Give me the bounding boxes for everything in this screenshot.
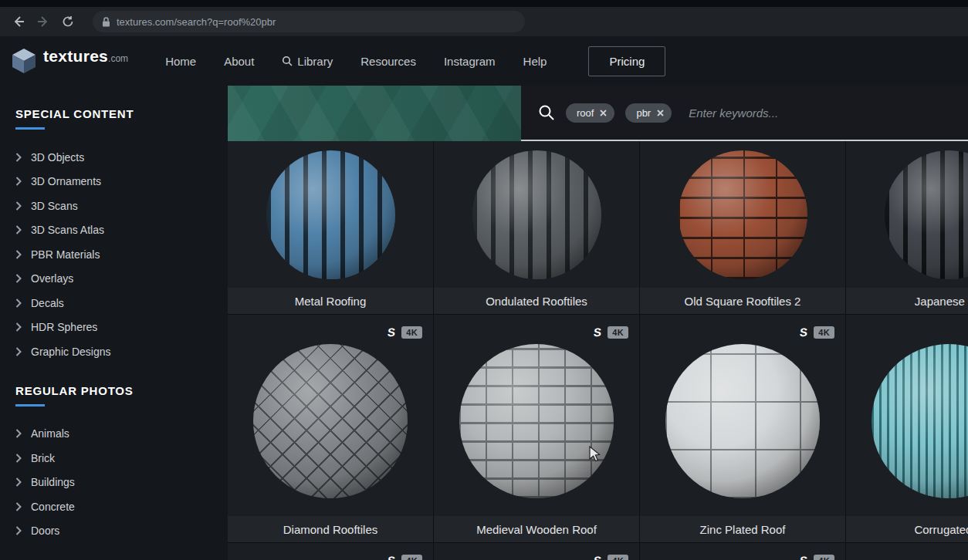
texture-preview xyxy=(846,141,968,288)
texture-card[interactable] xyxy=(846,543,968,560)
texture-title[interactable]: Metal Roofing xyxy=(228,288,433,314)
texture-card[interactable]: Corrugated P xyxy=(846,315,968,542)
sidebar: SPECIAL CONTENT 3D Objects 3D Ornaments … xyxy=(0,86,228,560)
texture-title[interactable]: Medieval Wooden Roof xyxy=(434,516,639,542)
close-icon[interactable] xyxy=(600,110,607,116)
browser-chrome: textures.com/search?q=roof%20pbr xyxy=(0,0,968,36)
chevron-right-icon xyxy=(15,225,22,234)
substance-icon: S xyxy=(593,326,602,339)
texture-card[interactable]: Japanese Ro xyxy=(846,141,968,314)
search-tag-pbr[interactable]: pbr xyxy=(625,103,672,123)
texture-card[interactable]: S 4K xyxy=(434,543,639,560)
texture-title[interactable]: Corrugated P xyxy=(846,516,968,542)
site-logo[interactable]: textures.com xyxy=(11,47,128,75)
texture-title[interactable]: Old Square Rooftiles 2 xyxy=(640,288,845,314)
search-icon xyxy=(282,56,293,66)
main-nav: Home About Library Resources Instagram H… xyxy=(165,46,665,76)
url-text: textures.com/search?q=roof%20pbr xyxy=(117,16,276,28)
sidebar-item-graphic-designs[interactable]: Graphic Designs xyxy=(15,339,228,364)
substance-icon: S xyxy=(799,554,808,560)
texture-sphere[interactable] xyxy=(459,344,614,498)
sidebar-heading-special-content: SPECIAL CONTENT xyxy=(15,107,228,120)
texture-preview: S 4K xyxy=(640,315,845,516)
texture-card[interactable]: S 4K xyxy=(640,543,845,560)
back-button[interactable] xyxy=(8,11,29,32)
texture-title[interactable]: Japanese Ro xyxy=(846,288,968,314)
texture-sphere[interactable] xyxy=(266,150,395,279)
texture-card[interactable]: Ondulated Rooftiles xyxy=(434,141,639,314)
texture-card[interactable]: Old Square Rooftiles 2 xyxy=(640,141,845,314)
search-panel: roof pbr xyxy=(521,86,968,141)
sidebar-item-pbr-materials[interactable]: PBR Materials xyxy=(15,242,228,267)
texture-preview: S 4K xyxy=(434,315,639,516)
sidebar-item-animals[interactable]: Animals xyxy=(15,422,228,447)
texture-preview: S 4K xyxy=(434,543,639,560)
resolution-badge: 4K xyxy=(608,555,628,560)
chevron-right-icon xyxy=(15,429,22,438)
texture-title[interactable]: Ondulated Rooftiles xyxy=(434,288,639,314)
browser-toolbar: textures.com/search?q=roof%20pbr xyxy=(0,7,968,36)
reload-button[interactable] xyxy=(57,11,79,32)
sidebar-item-3d-objects[interactable]: 3D Objects xyxy=(15,145,228,170)
header-banner: roof pbr xyxy=(228,86,968,141)
sidebar-item-3d-scans-atlas[interactable]: 3D Scans Atlas xyxy=(15,218,228,243)
texture-sphere[interactable] xyxy=(472,150,601,279)
chevron-right-icon xyxy=(15,299,22,308)
texture-preview xyxy=(846,543,968,560)
site-header: textures.com Home About Library Resource… xyxy=(0,36,968,86)
chevron-right-icon xyxy=(15,526,22,535)
texture-card[interactable]: S 4K xyxy=(228,543,433,560)
texture-card[interactable]: S 4K Medieval Wooden Roof xyxy=(434,315,639,542)
nav-item-resources[interactable]: Resources xyxy=(360,55,416,68)
texture-sphere[interactable] xyxy=(872,344,968,498)
texture-preview xyxy=(846,315,968,516)
sidebar-item-hdr-spheres[interactable]: HDR Spheres xyxy=(15,315,228,340)
sidebar-item-brick[interactable]: Brick xyxy=(15,446,228,471)
sidebar-item-doors[interactable]: Doors xyxy=(15,519,228,544)
texture-card[interactable]: Metal Roofing xyxy=(228,141,433,314)
nav-item-instagram[interactable]: Instagram xyxy=(444,55,496,68)
texture-card[interactable]: S 4K Zinc Plated Roof xyxy=(640,315,845,542)
nav-item-about[interactable]: About xyxy=(224,55,254,68)
resolution-badge: 4K xyxy=(814,326,834,339)
nav-item-library[interactable]: Library xyxy=(282,55,333,68)
texture-title[interactable]: Zinc Plated Roof xyxy=(640,516,845,542)
chevron-right-icon xyxy=(15,177,22,186)
brand-tld: .com xyxy=(108,53,128,64)
forward-button[interactable] xyxy=(32,11,54,32)
main-content: roof pbr Metal Roofing xyxy=(228,86,968,560)
texture-card[interactable]: S 4K Diamond Rooftiles xyxy=(228,315,433,542)
resolution-badge: 4K xyxy=(608,326,628,339)
heading-underline xyxy=(15,127,45,130)
sidebar-item-buildings[interactable]: Buildings xyxy=(15,471,228,495)
lock-icon xyxy=(102,17,110,27)
texture-title[interactable]: Diamond Rooftiles xyxy=(228,516,433,542)
texture-sphere[interactable] xyxy=(679,150,807,279)
keyword-search-input[interactable] xyxy=(689,106,920,120)
chevron-right-icon xyxy=(15,153,22,162)
nav-item-help[interactable]: Help xyxy=(523,55,547,68)
close-icon[interactable] xyxy=(657,110,664,116)
sidebar-item-3d-scans[interactable]: 3D Scans xyxy=(15,194,228,218)
resolution-badge: 4K xyxy=(401,326,422,339)
chevron-right-icon xyxy=(15,201,22,211)
texture-preview: S 4K xyxy=(228,315,433,516)
sidebar-item-3d-ornaments[interactable]: 3D Ornaments xyxy=(15,170,228,194)
heading-underline xyxy=(15,404,45,407)
search-tag-roof[interactable]: roof xyxy=(566,103,614,123)
nav-item-home[interactable]: Home xyxy=(165,55,196,68)
texture-preview xyxy=(640,141,845,288)
texture-sphere[interactable] xyxy=(253,344,408,498)
texture-sphere[interactable] xyxy=(665,344,820,498)
logo-cube-icon xyxy=(11,47,37,75)
resolution-badge: 4K xyxy=(814,555,834,560)
sidebar-item-decals[interactable]: Decals xyxy=(15,291,228,315)
pricing-button[interactable]: Pricing xyxy=(588,46,665,76)
sidebar-item-overlays[interactable]: Overlays xyxy=(15,267,228,292)
texture-sphere[interactable] xyxy=(885,150,968,279)
sidebar-item-concrete[interactable]: Concrete xyxy=(15,494,228,519)
substance-icon: S xyxy=(387,554,396,560)
substance-icon: S xyxy=(593,554,602,560)
url-bar[interactable]: textures.com/search?q=roof%20pbr xyxy=(93,11,525,32)
tab-strip xyxy=(0,0,968,7)
